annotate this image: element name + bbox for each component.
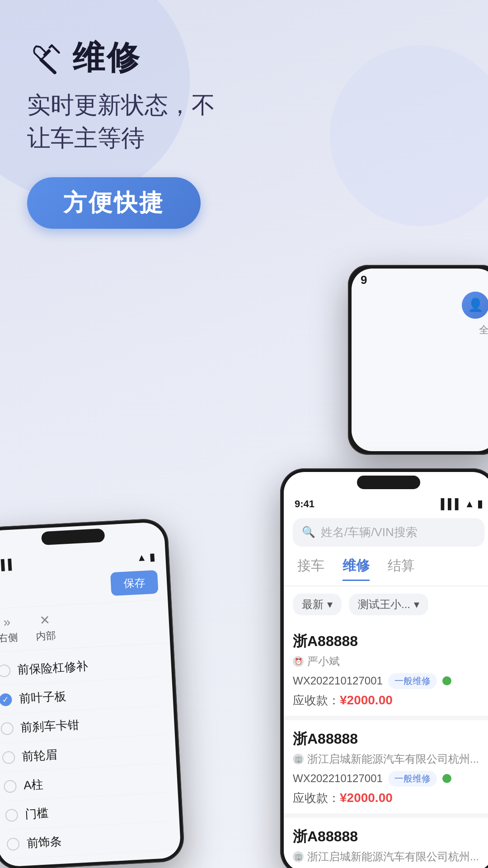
card-owner-2: 🏢 浙江启城新能源汽车有限公司杭州... [293, 752, 484, 766]
part-checkbox-5[interactable] [4, 779, 17, 793]
part-checkbox-8[interactable] [8, 866, 21, 867]
user-avatar: 👤 [462, 292, 488, 319]
search-icon: 🔍 [302, 526, 315, 538]
order-num-1: WX202210127001 [293, 675, 383, 687]
right-wifi-icon: ▲ [465, 498, 474, 510]
owner-name-1: 严小斌 [307, 654, 340, 669]
left-phone: ▌▌▌ ▲ ▮ 保存 » 右侧 [0, 518, 185, 868]
owner-icon-1: ⏰ [293, 656, 304, 667]
parts-list: 前保险杠修补 前叶子板 前刹车卡钳 前轮眉 [0, 643, 181, 867]
badge-1: 一般维修 [388, 673, 437, 689]
card-amount-1: 应收款：¥2000.00 [293, 693, 484, 708]
top-right-label: 全 [361, 323, 488, 337]
right-status-bar: 9:41 ▌▌▌ ▲ ▮ [284, 492, 488, 513]
right-arrow-icon: » [3, 614, 11, 629]
filter-person-label: 测试王小... [358, 597, 410, 612]
amount-value-2: ¥2000.00 [340, 791, 393, 805]
card-meta-2: WX202210127001 一般维修 [293, 771, 484, 787]
direction-interior: ✕ 内部 [34, 612, 56, 643]
top-right-time: 9 [361, 273, 488, 287]
owner-icon-3: 🏢 [293, 851, 304, 862]
card-plate-3: 浙A88888 [293, 827, 484, 847]
part-name-3: 前刹车卡钳 [20, 717, 80, 736]
part-checkbox-7[interactable] [6, 837, 19, 850]
part-checkbox-2[interactable] [0, 693, 12, 706]
right-phone: 9:41 ▌▌▌ ▲ ▮ 🔍 姓名/车辆/VIN搜索 接车 维修 结算 [280, 468, 488, 868]
tabs-row: 接车 维修 结算 [284, 552, 488, 586]
owner-name-2: 浙江启城新能源汽车有限公司杭州... [307, 752, 479, 766]
right-status-time: 9:41 [295, 498, 314, 510]
card-amount-2: 应收款：¥2000.00 [293, 790, 484, 806]
svg-line-2 [49, 45, 52, 47]
filter-row: 最新 ▾ 测试王小... ▾ [284, 586, 488, 623]
card-owner-1: ⏰ 严小斌 [293, 654, 484, 669]
interior-label: 内部 [35, 628, 56, 643]
wrench-tool-icon [27, 40, 63, 76]
filter-newest[interactable]: 最新 ▾ [293, 594, 342, 615]
part-name-4: 前轮眉 [22, 747, 58, 764]
battery-icon: ▮ [149, 551, 155, 563]
repair-card-1[interactable]: 浙A88888 ⏰ 严小斌 WX202210127001 一般维修 应收款：¥2… [284, 623, 488, 720]
svg-line-1 [52, 45, 59, 52]
top-right-content: 9 👤 全 [352, 269, 488, 341]
cta-button[interactable]: 方便快捷 [27, 177, 201, 229]
part-checkbox-3[interactable] [0, 722, 14, 735]
signal-icon: ▌▌▌ [0, 558, 15, 571]
part-name-8: 前门 [28, 863, 52, 867]
tab-jiesuan[interactable]: 结算 [388, 557, 415, 581]
status-dot-1 [442, 676, 451, 685]
card-plate-2: 浙A88888 [293, 729, 484, 749]
right-battery-icon: ▮ [477, 498, 483, 510]
search-bar[interactable]: 🔍 姓名/车辆/VIN搜索 [293, 518, 484, 547]
right-signal-icon: ▌▌▌ [441, 498, 462, 510]
status-dot-2 [442, 774, 451, 783]
part-name-5: A柱 [23, 776, 43, 793]
avatar-icon: 👤 [468, 297, 483, 312]
right-phone-screen: 9:41 ▌▌▌ ▲ ▮ 🔍 姓名/车辆/VIN搜索 接车 维修 结算 [284, 472, 488, 868]
avatar-row: 👤 [361, 287, 488, 323]
search-placeholder: 姓名/车辆/VIN搜索 [321, 524, 418, 540]
part-name-1: 前保险杠修补 [17, 658, 89, 678]
left-phone-screen: ▌▌▌ ▲ ▮ 保存 » 右侧 [0, 522, 181, 867]
interior-icon: ✕ [39, 612, 51, 627]
save-button[interactable]: 保存 [110, 570, 159, 595]
title-row: 维修 [27, 36, 141, 80]
part-checkbox-6[interactable] [5, 808, 18, 821]
status-icons: ▲ ▮ [136, 551, 155, 564]
card-plate-1: 浙A88888 [293, 632, 484, 651]
repair-card-2[interactable]: 浙A88888 🏢 浙江启城新能源汽车有限公司杭州... WX202210127… [284, 720, 488, 818]
part-name-7: 前饰条 [26, 833, 62, 851]
amount-value-1: ¥2000.00 [340, 693, 393, 707]
filter-newest-label: 最新 [302, 597, 324, 612]
repair-card-3[interactable]: 浙A88888 🏢 浙江启城新能源汽车有限公司杭州... WX202210127… [284, 818, 488, 868]
app-title: 维修 [72, 36, 141, 80]
order-num-2: WX202210127001 [293, 772, 383, 785]
app-subtitle: 实时更新状态，不 让车主等待 [27, 89, 215, 155]
card-meta-1: WX202210127001 一般维修 [293, 673, 484, 689]
owner-name-3: 浙江启城新能源汽车有限公司杭州... [307, 849, 479, 864]
right-status-icons: ▌▌▌ ▲ ▮ [441, 498, 483, 510]
right-label: 右侧 [0, 630, 18, 645]
part-name-2: 前叶子板 [19, 688, 66, 706]
tab-weixiu[interactable]: 维修 [343, 557, 370, 581]
card-owner-3: 🏢 浙江启城新能源汽车有限公司杭州... [293, 849, 484, 864]
filter-person[interactable]: 测试王小... ▾ [349, 594, 428, 615]
top-right-phone-screen: 9 👤 全 [352, 269, 488, 451]
part-checkbox-4[interactable] [2, 750, 15, 764]
filter-person-arrow: ▾ [414, 598, 419, 611]
svg-line-0 [41, 60, 55, 72]
badge-2: 一般维修 [388, 771, 437, 787]
part-name-6: 门槛 [25, 805, 49, 822]
filter-newest-arrow: ▾ [327, 598, 333, 611]
owner-icon-2: 🏢 [293, 754, 304, 764]
wifi-icon: ▲ [136, 552, 147, 564]
top-right-phone: 9 👤 全 [348, 265, 488, 455]
right-phone-notch [357, 476, 420, 489]
direction-right: » 右侧 [0, 614, 18, 645]
part-checkbox-1[interactable] [0, 664, 11, 677]
top-section: 维修 实时更新状态，不 让车主等待 方便快捷 [0, 0, 488, 247]
tab-jieche[interactable]: 接车 [297, 557, 324, 581]
phones-section: 9 👤 全 ▌▌▌ ▲ ▮ [0, 260, 488, 868]
